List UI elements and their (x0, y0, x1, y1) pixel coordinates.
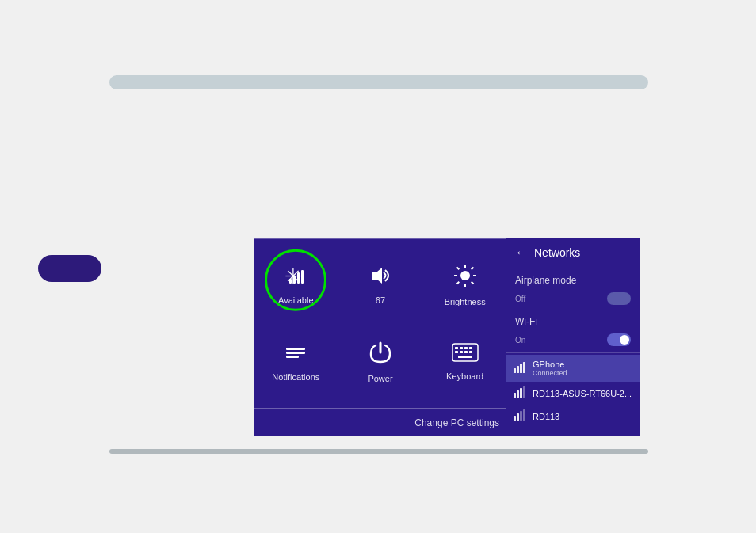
airplane-mode-label: Airplane mode (515, 275, 631, 286)
svg-rect-19 (455, 347, 458, 349)
svg-rect-1 (289, 279, 292, 284)
wifi-label: Wi-Fi (515, 316, 631, 327)
qs-keyboard-label: Keyboard (446, 371, 483, 382)
network-name-asus: RD113-ASUS-RT66U-2... (533, 389, 632, 398)
change-pc-settings-link[interactable]: Change PC settings (414, 417, 499, 428)
airplane-mode-status: Off (515, 295, 525, 303)
purple-oval-button[interactable] (38, 255, 101, 282)
qs-volume-label: 67 (376, 295, 385, 306)
top-scrollbar (109, 75, 648, 89)
svg-rect-20 (460, 347, 463, 349)
svg-rect-37 (517, 413, 519, 421)
airplane-mode-toggle[interactable] (607, 292, 631, 305)
svg-rect-24 (460, 351, 463, 353)
svg-rect-32 (514, 393, 516, 398)
qs-item-available[interactable]: ✳ Available (254, 247, 338, 324)
qs-item-keyboard[interactable]: Keyboard (422, 324, 507, 401)
signal-bars-icon-rd113 (514, 409, 526, 423)
qs-available-label: Available (278, 295, 313, 306)
brightness-icon (452, 263, 478, 292)
quick-settings-panel: ✳ Available 67 (254, 238, 507, 436)
wifi-section: Wi-Fi (506, 310, 640, 332)
svg-line-13 (471, 268, 473, 270)
network-name-rd113: RD113 (533, 412, 559, 421)
svg-line-12 (471, 282, 473, 284)
power-icon (368, 340, 393, 369)
svg-marker-5 (372, 268, 382, 284)
svg-rect-36 (514, 416, 516, 421)
svg-rect-34 (520, 388, 522, 398)
svg-rect-30 (520, 364, 522, 373)
svg-rect-15 (286, 348, 305, 350)
svg-rect-16 (286, 352, 305, 354)
svg-rect-31 (523, 362, 525, 373)
svg-rect-35 (523, 386, 525, 398)
networks-title: Networks (534, 246, 580, 259)
qs-brightness-label: Brightness (445, 297, 486, 307)
signal-icon: ✳ (283, 265, 308, 291)
qs-item-brightness[interactable]: Brightness (422, 247, 507, 324)
wifi-toggle-row: On (506, 332, 640, 351)
qs-notifications-label: Notifications (272, 372, 319, 383)
wifi-status: On (515, 336, 525, 345)
qs-power-label: Power (368, 374, 392, 384)
network-item-asus[interactable]: RD113-ASUS-RT66U-2... (506, 382, 640, 405)
svg-line-11 (456, 268, 459, 270)
svg-rect-23 (455, 351, 458, 353)
signal-bars-icon-gphone (514, 362, 526, 375)
svg-rect-29 (517, 366, 519, 373)
svg-rect-4 (301, 270, 304, 284)
svg-rect-26 (469, 351, 472, 353)
svg-rect-22 (469, 347, 472, 349)
svg-rect-21 (464, 347, 468, 349)
svg-rect-28 (514, 368, 516, 373)
network-name-gphone: GPhone (533, 360, 567, 369)
signal-bars-icon-asus (514, 386, 526, 400)
qs-grid: ✳ Available 67 (254, 239, 507, 408)
network-info-gphone: GPhone Connected (533, 360, 567, 377)
svg-rect-2 (293, 276, 296, 284)
svg-rect-3 (297, 272, 300, 284)
keyboard-icon (451, 342, 479, 367)
network-item-rd113[interactable]: RD113 (506, 405, 640, 428)
airplane-mode-section: Airplane mode (506, 268, 640, 291)
qs-item-volume[interactable]: 67 (338, 247, 423, 324)
notifications-icon (283, 341, 308, 367)
qs-item-notifications[interactable]: Notifications (254, 324, 338, 401)
svg-rect-39 (523, 409, 525, 421)
wifi-toggle[interactable] (607, 333, 631, 346)
volume-icon (368, 265, 393, 291)
svg-rect-38 (520, 411, 522, 421)
qs-item-power[interactable]: Power (338, 324, 423, 401)
svg-line-14 (456, 282, 459, 284)
networks-back-button[interactable]: ← (515, 246, 528, 260)
network-item-gphone[interactable]: GPhone Connected (506, 355, 640, 382)
svg-rect-33 (517, 390, 519, 398)
bottom-bar (109, 449, 648, 454)
svg-rect-25 (464, 351, 468, 353)
networks-panel: ← Networks Airplane mode Off Wi-Fi On GP… (506, 238, 640, 436)
networks-header: ← Networks (506, 238, 640, 268)
airplane-mode-toggle-row: Off (506, 291, 640, 310)
svg-point-6 (460, 271, 470, 280)
network-status-gphone: Connected (533, 369, 567, 377)
wifi-divider (506, 352, 640, 353)
svg-rect-17 (286, 356, 299, 358)
qs-bottom-bar: Change PC settings (254, 408, 507, 436)
svg-rect-27 (458, 356, 472, 358)
